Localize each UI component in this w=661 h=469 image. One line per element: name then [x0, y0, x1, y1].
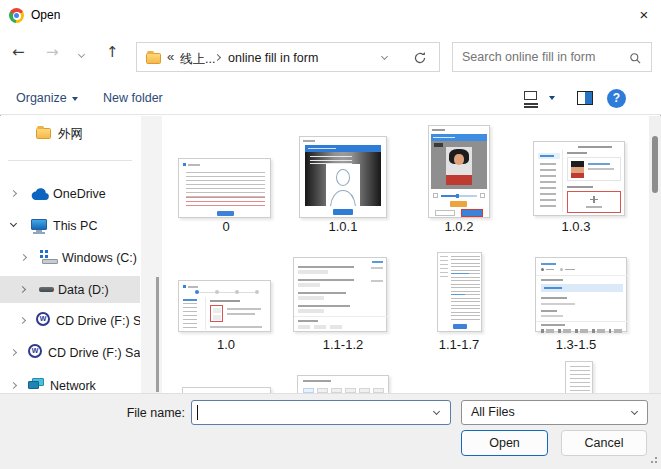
file-label[interactable]: 1.0.2: [401, 219, 517, 234]
file-label[interactable]: 1.3-1.5: [518, 337, 634, 352]
mock-blue-title: [541, 263, 556, 265]
address-bar[interactable]: « 线上... online fill in form: [136, 42, 440, 72]
mock-title-line: [188, 286, 198, 288]
organize-caret-icon: [72, 97, 78, 101]
chevron-right-icon[interactable]: [10, 349, 17, 356]
search-input[interactable]: [462, 48, 624, 66]
toolbar: Organize New folder ?: [0, 84, 661, 115]
file-thumbnail-partial-3[interactable]: [565, 361, 593, 393]
file-thumbnail-1-3-1-5[interactable]: [535, 257, 627, 332]
breadcrumb-current[interactable]: online fill in form: [228, 51, 318, 65]
disk-body: [42, 259, 58, 264]
mock-line-c: [210, 326, 262, 328]
network-screen-front: [28, 381, 39, 389]
chevron-right-icon[interactable]: [19, 286, 26, 293]
mock-answer-2: [541, 303, 575, 305]
sidebar: 外网 OneDrive This PC Windows (C:) Data (D…: [0, 116, 140, 393]
sidebar-item-this-pc[interactable]: This PC: [0, 213, 140, 239]
file-thumbnail-1-0-1[interactable]: [299, 136, 387, 218]
sidebar-item-data-d[interactable]: Data (D:): [0, 276, 140, 303]
sidebar-scrollbar-thumb[interactable]: [156, 277, 159, 392]
file-label[interactable]: 1.0.1: [285, 219, 401, 234]
file-list: 0 1.0.1: [162, 116, 649, 393]
mock-label-2: [541, 297, 567, 299]
close-button[interactable]: ×: [630, 4, 658, 26]
text-caret: [197, 405, 198, 420]
chevron-right-icon[interactable]: [10, 382, 17, 389]
file-label[interactable]: 1.0.3: [518, 219, 634, 234]
address-dropdown-chevron-icon[interactable]: [381, 53, 388, 60]
views-button[interactable]: [523, 90, 541, 108]
chevron-right-icon[interactable]: [19, 317, 26, 324]
mock-divider: [294, 316, 388, 317]
sidebar-separator: [8, 160, 132, 161]
search-box[interactable]: [452, 42, 652, 72]
file-thumbnail-1-0-3[interactable]: [533, 141, 625, 216]
cd-disc-icon: W: [28, 344, 42, 358]
sidebar-item-onedrive[interactable]: OneDrive: [0, 181, 140, 207]
chevron-right-icon[interactable]: [10, 190, 17, 197]
file-list-scrollbar-thumb[interactable]: [652, 136, 658, 193]
sidebar-item-pinned-folder[interactable]: 外网: [0, 120, 140, 146]
breadcrumb-parent[interactable]: 线上...: [180, 51, 215, 68]
mock-blue-line-2: [451, 294, 465, 295]
windows-drive-icon: [40, 250, 58, 265]
mock-blue-link: [372, 261, 383, 263]
sidebar-item-cd-drive-child[interactable]: W CD Drive (F:) S: [0, 308, 140, 334]
sidebar-item-cd-drive[interactable]: W CD Drive (F:) Saf: [0, 340, 140, 366]
mock-section-title: [567, 152, 587, 154]
new-folder-button[interactable]: New folder: [103, 91, 163, 105]
mock-q1: [298, 266, 354, 268]
onedrive-cloud-icon: [30, 188, 50, 201]
monitor-base: [33, 232, 45, 234]
file-name-dropdown-chevron-icon[interactable]: [433, 408, 440, 415]
file-label[interactable]: 1.0: [168, 337, 284, 352]
file-type-combobox[interactable]: All Files: [461, 400, 648, 425]
open-button[interactable]: Open: [461, 430, 548, 456]
sidebar-item-label: 外网: [58, 126, 83, 143]
views-caret-icon[interactable]: [549, 96, 555, 100]
preview-pane-button[interactable]: [577, 91, 593, 105]
file-name-input[interactable]: [197, 403, 417, 421]
sidebar-item-network[interactable]: Network: [0, 373, 140, 393]
file-thumbnail-0[interactable]: [178, 158, 271, 218]
file-type-dropdown-chevron-icon[interactable]: [631, 408, 638, 415]
file-name-combobox[interactable]: [191, 400, 451, 425]
cancel-button[interactable]: Cancel: [561, 430, 647, 456]
mock-step-dot-4: [255, 290, 259, 294]
refresh-icon[interactable]: [413, 51, 427, 65]
mock-red-outline-box: [210, 305, 223, 322]
file-thumbnail-1-0[interactable]: [178, 280, 271, 332]
mock-sidebar-blue-line: [183, 299, 197, 301]
folder-icon: [36, 128, 51, 139]
mock-face: [454, 154, 464, 165]
back-button[interactable]: ←: [12, 43, 25, 61]
chevron-right-icon[interactable]: [20, 254, 27, 261]
mock-inner-box-1: [213, 308, 221, 313]
mock-cell-3: [330, 325, 342, 329]
mock-label-4: [541, 324, 565, 326]
file-thumbnail-1-1-1-7[interactable]: [437, 252, 482, 332]
nav-bar: ← → ↑ « 线上... online fill in form: [0, 30, 661, 84]
forward-button[interactable]: →: [46, 43, 59, 61]
file-thumbnail-1-0-2[interactable]: [428, 125, 490, 218]
up-button[interactable]: ↑: [106, 43, 119, 61]
breadcrumb-overflow[interactable]: «: [167, 49, 174, 64]
mock-answer-3: [541, 315, 563, 317]
recent-locations-chevron-icon[interactable]: [78, 51, 85, 58]
mock-selected-row-line: [544, 287, 562, 289]
help-button[interactable]: ?: [607, 89, 626, 108]
file-thumbnail-1-1-1-2[interactable]: [293, 257, 387, 332]
file-label[interactable]: 1.1-1.2: [285, 337, 401, 352]
mock-dark-backdrop: [305, 145, 381, 206]
organize-button[interactable]: Organize: [16, 91, 67, 105]
resize-grip[interactable]: [648, 454, 658, 464]
mock-cell-2: [314, 325, 326, 329]
file-label[interactable]: 1.1-1.7: [401, 337, 517, 352]
mock-face-head: [336, 169, 350, 186]
sidebar-item-windows-c[interactable]: Windows (C:): [0, 245, 140, 271]
mock-button: [217, 211, 234, 216]
chevron-down-icon[interactable]: [10, 220, 17, 227]
file-label[interactable]: 0: [168, 219, 284, 234]
file-thumbnail-partial-2[interactable]: [297, 375, 389, 393]
